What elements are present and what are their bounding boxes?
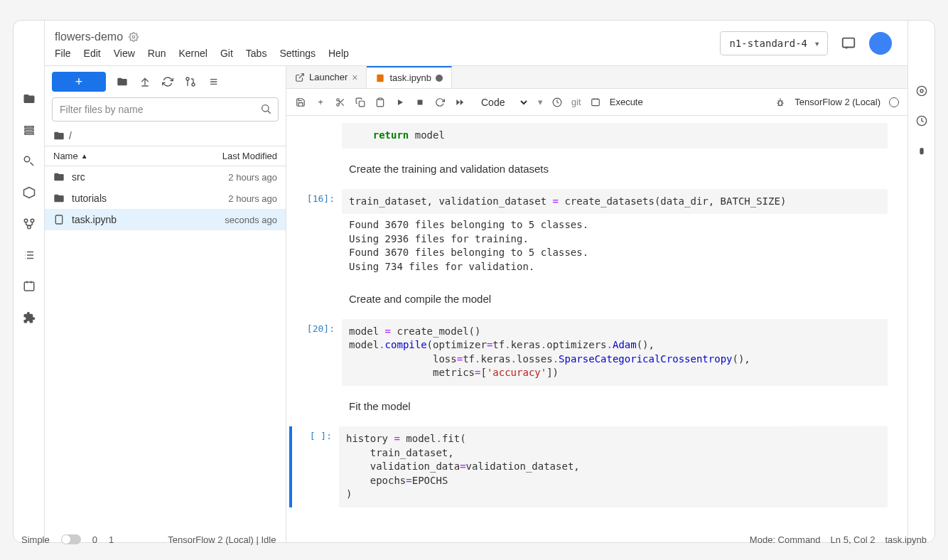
column-name[interactable]: Name [53,151,78,161]
git-pull-icon[interactable] [184,75,197,88]
file-row[interactable]: src2 hours ago [45,166,286,188]
right-activity-bar [907,21,934,542]
svg-marker-37 [460,99,464,104]
menu-view[interactable]: View [114,48,135,59]
markdown-cell[interactable]: Fit the model [292,393,888,419]
clock-icon[interactable] [551,97,563,108]
filter-files-input[interactable] [52,97,279,122]
code-cell[interactable]: [20]:model = create_model() model.compil… [292,319,888,386]
folder-icon[interactable] [22,92,36,106]
paste-icon[interactable] [375,97,386,108]
code-input[interactable]: model = create_model() model.compile(opt… [342,319,888,386]
svg-rect-24 [55,215,62,224]
menu-settings[interactable]: Settings [279,48,316,59]
status-file: task.ipynb [885,534,927,545]
file-modified: seconds ago [225,215,277,225]
menu-tabs[interactable]: Tabs [246,48,267,59]
code-cell[interactable]: return model [292,123,888,149]
notebook-file-icon [53,214,66,225]
svg-rect-1 [25,129,33,131]
debugger-icon[interactable] [915,144,928,157]
tab[interactable]: task.ipynb [367,66,452,88]
kernel-name[interactable]: TensorFlow 2 (Local) [795,97,880,107]
code-input[interactable]: history = model.fit( train_dataset, vali… [339,426,888,507]
menu-edit[interactable]: Edit [84,48,101,59]
stop-icon[interactable] [414,97,426,108]
header-bar: flowers-demo File Edit View Run Kernel G… [45,21,907,66]
svg-point-28 [337,103,340,106]
branch-icon[interactable] [22,217,36,231]
menu-git[interactable]: Git [220,48,233,59]
column-modified[interactable]: Last Modified [222,151,277,161]
property-inspector-icon[interactable] [915,85,928,97]
menu-file[interactable]: File [55,48,71,59]
settings-gear-icon[interactable] [129,32,139,42]
code-input[interactable]: return model [342,123,888,149]
list-icon[interactable] [207,75,220,88]
file-modified: 2 hours ago [228,193,277,204]
user-avatar[interactable] [869,32,892,55]
folder-icon [53,171,66,183]
kernel-status-indicator [889,97,899,107]
simple-mode-toggle[interactable] [61,534,81,544]
restart-icon[interactable] [434,97,446,108]
file-row[interactable]: tutorials2 hours ago [45,188,286,209]
new-folder-icon[interactable] [116,75,129,88]
markdown-cell[interactable]: Create the training and validation datas… [292,156,888,182]
breadcrumb[interactable]: / [45,126,286,146]
refresh-icon[interactable] [161,75,174,88]
run-all-icon[interactable] [454,97,465,108]
git-icon[interactable] [22,154,36,168]
simple-mode-label[interactable]: Simple [21,534,50,545]
close-tab-icon[interactable]: × [352,72,357,83]
markdown-content: Create and compile the model [342,286,888,312]
comments-icon[interactable] [841,36,856,51]
file-row[interactable]: task.ipynbseconds ago [45,209,286,230]
svg-line-31 [339,100,340,102]
upload-icon[interactable] [139,75,151,88]
cell-type-selector[interactable]: Code [474,95,529,110]
svg-point-5 [24,219,28,222]
file-name: tutorials [72,193,228,204]
extensions-icon[interactable] [22,311,36,325]
machine-type-selector[interactable]: n1-standard-4 [720,31,828,55]
file-name: task.ipynb [72,214,225,225]
commands-icon[interactable] [22,185,36,200]
save-icon[interactable] [295,97,306,108]
notebook-icon [375,73,385,83]
svg-line-4 [30,163,33,166]
running-icon[interactable] [22,123,36,137]
markdown-cell[interactable]: Create and compile the model [292,286,888,312]
markdown-content: Fit the model [342,393,888,419]
main-menu: File Edit View Run Kernel Git Tabs Setti… [55,43,349,59]
status-terminals[interactable]: 0 [92,534,97,545]
svg-rect-0 [25,126,33,128]
status-kernels[interactable]: 1 [109,534,114,545]
dirty-indicator [436,75,443,82]
code-cell[interactable]: [16]:train_dataset, validation_dataset =… [292,189,888,279]
menu-run[interactable]: Run [148,48,166,59]
snapshot-icon[interactable] [22,279,36,294]
run-icon[interactable] [394,97,406,108]
git-button[interactable]: git [571,97,581,107]
code-input[interactable]: train_dataset, validation_dataset = crea… [342,189,888,215]
folder-icon [53,193,66,204]
new-launcher-button[interactable]: + [52,72,106,92]
svg-rect-16 [843,38,855,47]
history-icon[interactable] [915,114,928,127]
tab[interactable]: Launcher× [286,66,367,88]
svg-point-15 [132,36,135,38]
executor-icon[interactable] [590,97,601,108]
menu-kernel[interactable]: Kernel [178,48,207,59]
file-modified: 2 hours ago [228,172,277,183]
bug-icon[interactable] [775,97,786,108]
status-kernel-info[interactable]: TensorFlow 2 (Local) | Idle [168,534,276,545]
execute-button[interactable]: Execute [610,97,643,107]
notebook-panel: Launcher×task.ipynb + Code ▾ git [286,66,907,542]
menu-help[interactable]: Help [328,48,349,59]
toc-icon[interactable] [22,248,36,262]
code-cell[interactable]: [ ]:history = model.fit( train_dataset, … [292,426,888,507]
cut-icon[interactable] [335,97,346,108]
add-cell-icon[interactable]: + [315,97,326,108]
copy-icon[interactable] [355,97,366,108]
